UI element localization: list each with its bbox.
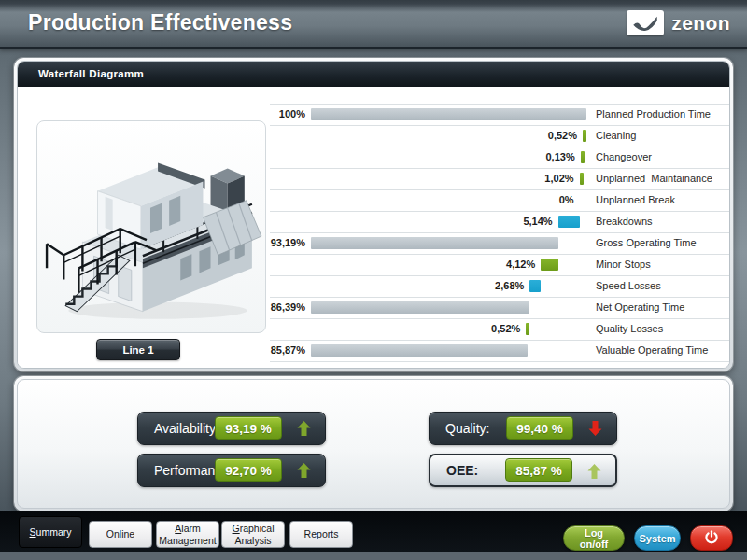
bar-value-label: 1,02% xyxy=(544,173,573,184)
kpi-oee: OEE:85,87 % xyxy=(429,454,617,487)
bar-name-label: Speed Losses xyxy=(596,280,661,291)
zenon-logo-icon xyxy=(627,10,664,35)
bar-name-label: Gross Operating Time xyxy=(596,237,697,248)
waterfall-row: 0,13%Changeover xyxy=(270,147,729,168)
waterfall-row: 2,68%Speed Losses xyxy=(270,275,729,297)
waterfall-row: 4,12%Minor Stops xyxy=(270,254,729,275)
bar-value-label: 2,68% xyxy=(495,280,524,291)
tab-online[interactable]: Online xyxy=(89,521,152,548)
kpi-panel: Availability:93,19 %Quality:99,40 %Perfo… xyxy=(14,376,733,511)
kpi-label: Availability: xyxy=(154,421,219,436)
kpi-availability: Availability:93,19 % xyxy=(137,412,326,445)
bar-value-label: 100% xyxy=(279,108,305,119)
waterfall-bar xyxy=(541,259,557,271)
machine-image xyxy=(36,120,266,333)
waterfall-bar xyxy=(311,301,529,314)
bar-name-label: Breakdowns xyxy=(596,216,653,227)
footer-strip xyxy=(0,552,747,560)
bar-name-label: Quality Losses xyxy=(596,323,663,334)
bar-name-label: Planned Production Time xyxy=(596,108,711,119)
bar-value-label: 0,13% xyxy=(545,151,574,162)
system-button[interactable]: System xyxy=(634,525,681,551)
bar-name-label: Net Operating Time xyxy=(596,301,684,313)
tab-reports[interactable]: Reports xyxy=(289,521,353,548)
kpi-value: 99,40 % xyxy=(506,416,573,440)
trend-up-arrow-icon xyxy=(297,420,311,437)
waterfall-bar xyxy=(311,108,586,120)
waterfall-chart: 100%Planned Production Time0,52%Cleaning… xyxy=(270,104,729,362)
waterfall-row: 0%Unplanned Break xyxy=(270,189,729,211)
bar-name-label: Unplanned Maintainance xyxy=(596,173,712,184)
bar-value-label: 5,14% xyxy=(523,216,552,227)
waterfall-bar xyxy=(580,173,585,185)
check-swoosh-icon xyxy=(630,14,660,33)
trend-up-arrow-icon xyxy=(297,462,311,479)
bar-value-label: 0,52% xyxy=(491,323,520,334)
line-selector-button[interactable]: Line 1 xyxy=(96,339,180,360)
waterfall-bar xyxy=(558,216,580,228)
zenon-dashboard: Production Effectiveness zenon Waterfall… xyxy=(0,0,747,560)
tab-graphical-analysis[interactable]: Graphical Analysis xyxy=(221,521,285,548)
bar-value-label: 4,12% xyxy=(506,259,535,270)
bar-name-label: Unplanned Break xyxy=(596,194,675,205)
power-icon xyxy=(703,529,720,548)
kpi-value: 92,70 % xyxy=(215,458,282,482)
bar-name-label: Cleaning xyxy=(596,130,636,141)
tab-summary[interactable]: Summary xyxy=(19,516,82,548)
brand-text: zenon xyxy=(671,12,730,35)
waterfall-panel: Waterfall Diagramm xyxy=(14,58,733,371)
waterfall-bar xyxy=(581,151,585,163)
bar-name-label: Valuable Operating Time xyxy=(596,344,708,356)
waterfall-row: 86,39%Net Operating Time xyxy=(270,297,729,318)
waterfall-row: 1,02%Unplanned Maintainance xyxy=(270,168,729,189)
waterfall-bar xyxy=(583,130,586,142)
page-title: Production Effectiveness xyxy=(28,10,292,35)
tab-alarm-management[interactable]: Alarm Management xyxy=(156,521,219,548)
production-line-illustration xyxy=(37,121,265,332)
kpi-value: 93,19 % xyxy=(215,416,282,440)
kpi-performance: Performance:92,70 % xyxy=(137,454,326,487)
waterfall-row: 85,87%Valuable Operating Time xyxy=(270,340,729,362)
waterfall-bar xyxy=(311,344,528,357)
bar-name-label: Minor Stops xyxy=(596,259,651,270)
trend-up-arrow-icon xyxy=(587,463,601,480)
waterfall-row: 5,14%Breakdowns xyxy=(270,211,729,232)
bar-name-label: Changeover xyxy=(596,151,652,162)
trend-down-arrow-icon xyxy=(588,420,602,437)
waterfall-row: 100%Planned Production Time xyxy=(270,104,729,125)
power-button[interactable] xyxy=(690,525,733,551)
bar-value-label: 0% xyxy=(559,194,574,205)
bar-value-label: 85,87% xyxy=(271,344,305,356)
kpi-label: OEE: xyxy=(446,463,478,478)
kpi-quality: Quality:99,40 % xyxy=(429,412,617,445)
bar-value-label: 86,39% xyxy=(271,301,305,313)
waterfall-bar xyxy=(526,323,529,335)
waterfall-row: 93,19%Gross Operating Time xyxy=(270,232,729,254)
log-on-off-button[interactable]: Log on/off xyxy=(563,525,625,551)
bar-value-label: 93,19% xyxy=(271,237,305,248)
zenon-logo: zenon xyxy=(627,10,730,35)
waterfall-bar xyxy=(529,280,541,292)
kpi-label: Quality: xyxy=(445,421,489,436)
waterfall-row: 0,52%Quality Losses xyxy=(270,318,729,340)
waterfall-row: 0,52%Cleaning xyxy=(270,125,729,147)
header: Production Effectiveness zenon xyxy=(0,0,747,49)
tab-bar: SummaryOnlineAlarm ManagementGraphical A… xyxy=(0,511,747,552)
waterfall-panel-title: Waterfall Diagramm xyxy=(18,62,729,87)
bar-value-label: 0,52% xyxy=(548,130,577,141)
waterfall-bar xyxy=(311,237,558,249)
kpi-value: 85,87 % xyxy=(505,458,572,482)
